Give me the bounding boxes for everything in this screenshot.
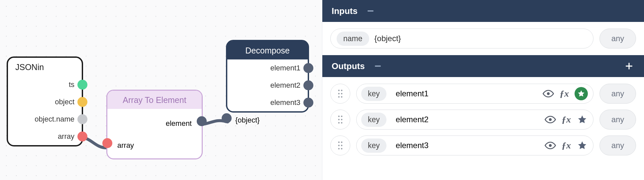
input-name-field[interactable]: name {object}	[330, 29, 593, 48]
port-dot[interactable]	[222, 113, 232, 123]
output-value: element1	[396, 89, 429, 98]
port-dot[interactable]	[77, 80, 87, 90]
port-dot[interactable]	[102, 138, 112, 148]
port-array[interactable]: array	[8, 128, 82, 145]
output-type-pill[interactable]: any	[599, 135, 636, 155]
port-element1[interactable]: element1	[227, 59, 308, 77]
inputs-body: name {object} any	[322, 22, 644, 55]
star-icon[interactable]	[577, 140, 588, 151]
port-dot[interactable]	[303, 98, 313, 108]
output-row: key element2 ƒx any	[330, 110, 636, 130]
output-value: element3	[396, 141, 429, 150]
port-label: {object}	[235, 116, 260, 125]
input-row: name {object} any	[330, 29, 636, 48]
port-dot[interactable]	[197, 116, 207, 126]
port-label: element	[166, 119, 192, 128]
node-title: Decompose	[227, 41, 308, 59]
output-row: key element1 ƒx any	[330, 84, 636, 104]
fx-icon[interactable]: ƒx	[559, 88, 570, 99]
drag-handle-icon[interactable]	[330, 84, 350, 104]
star-icon[interactable]	[577, 114, 588, 125]
drag-handle-icon[interactable]	[330, 135, 350, 155]
output-type-pill[interactable]: any	[599, 84, 636, 104]
outputs-title: Outputs	[332, 61, 365, 71]
node-canvas[interactable]: JSONin ts object object.name array Array…	[0, 0, 322, 180]
output-type-pill[interactable]: any	[599, 110, 636, 130]
input-type-pill[interactable]: any	[599, 29, 636, 48]
port-dot[interactable]	[77, 97, 87, 107]
drag-handle-icon[interactable]	[330, 110, 350, 130]
fx-icon[interactable]: ƒx	[561, 140, 572, 151]
input-value: {object}	[375, 34, 401, 43]
name-tag: name	[337, 32, 369, 46]
output-value: element2	[396, 115, 429, 124]
inputs-header: Inputs	[322, 0, 644, 22]
port-dot[interactable]	[77, 132, 87, 141]
port-object[interactable]: object	[8, 93, 82, 111]
port-label: array	[117, 141, 134, 150]
node-decompose[interactable]: Decompose element1 element2 element3 {ob…	[226, 40, 309, 113]
port-dot[interactable]	[77, 114, 87, 124]
node-title: JSONin	[8, 58, 82, 76]
node-title: Array To Element	[107, 91, 202, 109]
port-dot[interactable]	[303, 80, 313, 90]
port-element2[interactable]: element2	[227, 77, 308, 94]
port-element3[interactable]: element3	[227, 94, 308, 111]
node-jsonin[interactable]: JSONin ts object object.name array	[7, 56, 83, 146]
port-dot[interactable]	[303, 63, 313, 73]
key-tag: key	[361, 138, 386, 153]
inputs-title: Inputs	[332, 6, 358, 16]
collapse-icon[interactable]	[372, 60, 383, 72]
port-array-in[interactable]	[102, 143, 112, 153]
port-object-name[interactable]: object.name	[8, 111, 82, 128]
output-key-field[interactable]: key element1 ƒx	[356, 84, 593, 104]
key-tag: key	[361, 113, 386, 127]
inspector-panel: Inputs name {object} any Outputs	[322, 0, 644, 180]
port-element-out[interactable]	[197, 121, 207, 131]
add-output-button[interactable]	[623, 60, 635, 72]
port-ts[interactable]: ts	[8, 76, 82, 93]
port-object-in[interactable]	[222, 118, 232, 128]
node-array-to-element[interactable]: Array To Element array element	[106, 90, 203, 159]
key-tag: key	[361, 87, 386, 101]
outputs-header: Outputs	[322, 55, 644, 77]
output-key-field[interactable]: key element3 ƒx	[356, 135, 593, 155]
output-key-field[interactable]: key element2 ƒx	[356, 110, 593, 130]
collapse-icon[interactable]	[365, 5, 376, 17]
fx-icon[interactable]: ƒx	[561, 114, 572, 125]
output-row: key element3 ƒx any	[330, 135, 636, 155]
outputs-body: key element1 ƒx any key element2 ƒx any	[322, 77, 644, 162]
eye-icon[interactable]	[545, 140, 556, 151]
star-icon[interactable]	[575, 87, 588, 100]
